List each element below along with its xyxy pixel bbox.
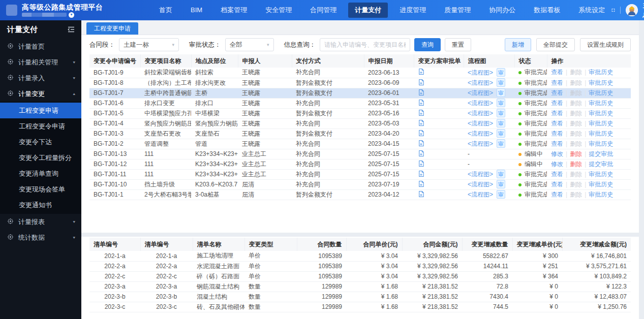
- table-row[interactable]: BG-TJ01-5中塔横梁预应力孔...中塔横梁王晓露暂列金额支付2023-05…: [89, 108, 631, 118]
- review-badge[interactable]: 审: [497, 99, 505, 107]
- pdf-icon[interactable]: [418, 99, 424, 106]
- view-link[interactable]: 查看: [551, 171, 563, 178]
- approval-history-link[interactable]: 审批历史: [589, 79, 613, 86]
- review-badge[interactable]: 审: [497, 190, 505, 199]
- approval-history-link[interactable]: 审批历史: [589, 191, 613, 198]
- nav-item[interactable]: 系统设定: [572, 3, 611, 18]
- table-row[interactable]: BG-TJ01-2管道调整管道王晓露补充合同2023-04-15<流程图>审审批…: [89, 139, 631, 149]
- sidebar-item[interactable]: 计量相关管理▾: [0, 54, 81, 70]
- sidebar-subitem[interactable]: 变更令下达: [0, 134, 81, 150]
- view-link[interactable]: 查看: [551, 89, 563, 97]
- review-badge[interactable]: 审: [497, 170, 505, 178]
- review-badge[interactable]: 审: [497, 78, 505, 87]
- sidebar-subitem[interactable]: 变更现场会签单: [0, 181, 81, 197]
- add-button[interactable]: 新增: [505, 38, 531, 51]
- table-row[interactable]: BG-TJ01-12号大桥右幅3号墩...3-0a桩基屈清暂列金额支付2023-…: [89, 189, 631, 200]
- reset-button[interactable]: 重置: [445, 38, 471, 51]
- sidebar-subitem[interactable]: 工程变更令申请: [0, 118, 81, 134]
- chevron-down-icon[interactable]: ▾: [69, 12, 74, 18]
- table-row[interactable]: BG-TJ01-13111K23+334~K23+675业主总工补充合同2025…: [89, 149, 631, 159]
- sidebar-item[interactable]: 计量录入▾: [0, 70, 81, 86]
- approval-history-link[interactable]: 审批历史: [589, 110, 613, 117]
- review-badge[interactable]: 审: [497, 180, 505, 188]
- review-badge[interactable]: 审: [497, 129, 505, 138]
- table-row[interactable]: BG-TJ01-12111K23+334~K23+675业主总工补充合同2025…: [89, 159, 631, 169]
- approval-history-link[interactable]: 审批历史: [589, 140, 613, 147]
- view-link[interactable]: 查看: [551, 191, 563, 198]
- table-row[interactable]: 202-3-a202-3-a钢筋混凝土结构数量129989¥ 1.68¥ 218…: [89, 281, 631, 292]
- pdf-icon[interactable]: [418, 160, 424, 167]
- flow-chart-link[interactable]: <流程图>: [468, 69, 493, 76]
- approval-history-link[interactable]: 审批历史: [589, 100, 613, 107]
- table-row[interactable]: BG-TJ01-9斜拉索梁端锅齿板...斜拉索王晓露补充合同2023-06-13…: [89, 68, 631, 78]
- flow-chart-link[interactable]: <流程图>: [468, 191, 493, 198]
- table-row[interactable]: BG-TJ01-3支座垫石更改支座垫石王晓露暂列金额支付2023-04-20<流…: [89, 129, 631, 139]
- nav-item[interactable]: 首页: [152, 3, 179, 18]
- view-link[interactable]: 查看: [551, 100, 563, 107]
- flow-chart-link[interactable]: <流程图>: [468, 140, 493, 147]
- table-row[interactable]: BG-TJ01-6排水口变更排水口王晓露补充合同2023-05-31<流程图>审…: [89, 98, 631, 108]
- nav-item[interactable]: 安全管理: [259, 3, 298, 18]
- submit-approval-link[interactable]: 提交审批: [589, 150, 613, 157]
- query-button[interactable]: 查询: [414, 38, 441, 51]
- flow-chart-link[interactable]: <流程图>: [468, 120, 493, 127]
- table-row[interactable]: BG-TJ01-10挡土墙升级K203.6~K203.7屈清补充合同2023-0…: [89, 179, 631, 189]
- menu-fold-icon[interactable]: [67, 25, 75, 34]
- table-row[interactable]: 202-2-c202-2-c碎（砾）石路面单价1095389¥ 3.04¥ 3,…: [89, 271, 631, 281]
- delete-link[interactable]: 删除: [570, 161, 582, 168]
- nav-item[interactable]: 进度管理: [393, 3, 433, 18]
- review-badge[interactable]: 审: [497, 88, 505, 97]
- pdf-icon[interactable]: [418, 119, 424, 126]
- fullscreen-icon[interactable]: [611, 6, 615, 14]
- pdf-icon[interactable]: [418, 89, 424, 96]
- sidebar-item[interactable]: 计量首页: [0, 39, 81, 54]
- sidebar-item[interactable]: 计量报表▾: [0, 214, 81, 230]
- table-row[interactable]: 202-1-a202-1-a施工场地清理单价1095389¥ 3.04¥ 3,3…: [89, 251, 631, 261]
- submit-all-button[interactable]: 全部提交: [536, 38, 575, 51]
- table-row[interactable]: BG-TJ01-11111K23+334~K23+675业主总工补充合同2025…: [89, 169, 631, 179]
- sidebar-subitem[interactable]: 变更令工程量拆分: [0, 150, 81, 166]
- approval-history-link[interactable]: 审批历史: [589, 181, 613, 188]
- tab-engineering-change-request[interactable]: 工程变更申请: [86, 22, 138, 35]
- pdf-icon[interactable]: [418, 170, 424, 177]
- view-link[interactable]: 查看: [551, 140, 563, 147]
- nav-item[interactable]: 协同办公: [482, 3, 522, 18]
- view-link[interactable]: 查看: [551, 79, 563, 86]
- pdf-icon[interactable]: [418, 68, 424, 75]
- pdf-icon[interactable]: [418, 150, 424, 157]
- avatar[interactable]: [626, 4, 638, 16]
- table-row[interactable]: BG-TJ01-8（排水沟）土工布排水沟更改王晓露暂列金额支付2023-06-0…: [89, 78, 631, 88]
- flow-chart-link[interactable]: <流程图>: [468, 110, 493, 117]
- sidebar-item[interactable]: 计量变更▴: [0, 86, 81, 102]
- pdf-icon[interactable]: [418, 140, 424, 147]
- nav-item[interactable]: 档案管理: [214, 3, 254, 18]
- pdf-icon[interactable]: [418, 109, 424, 116]
- flow-chart-link[interactable]: <流程图>: [468, 130, 493, 137]
- review-badge[interactable]: 审: [497, 139, 505, 148]
- nav-item[interactable]: BIM: [184, 3, 209, 18]
- contract-select[interactable]: 土建一标 ▾: [119, 38, 179, 51]
- view-link[interactable]: 查看: [551, 181, 563, 188]
- approval-history-link[interactable]: 审批历史: [589, 130, 613, 137]
- review-badge[interactable]: 审: [497, 109, 505, 117]
- nav-item[interactable]: 计量支付: [348, 3, 388, 18]
- approval-history-link[interactable]: 审批历史: [589, 120, 613, 127]
- flow-chart-link[interactable]: <流程图>: [468, 89, 493, 97]
- flow-chart-link[interactable]: <流程图>: [468, 79, 493, 86]
- pdf-icon[interactable]: [418, 130, 424, 137]
- view-link[interactable]: 查看: [551, 120, 563, 127]
- approval-history-link[interactable]: 审批历史: [589, 89, 613, 97]
- submit-approval-link[interactable]: 提交审批: [589, 161, 613, 168]
- view-link[interactable]: 查看: [551, 69, 563, 76]
- modify-link[interactable]: 修改: [551, 150, 563, 157]
- table-row[interactable]: BG-TJ01-4竖向预应力钢筋压...竖向预应力钢筋王晓露补充合同2023-0…: [89, 118, 631, 129]
- sidebar-subitem[interactable]: 工程变更申请: [0, 103, 81, 118]
- table-row[interactable]: 202-3-c202-3-c砖、石及其他砌体...数量129989¥ 1.68¥…: [89, 302, 631, 312]
- sidebar-subitem[interactable]: 变更通知书: [0, 197, 81, 213]
- approval-history-link[interactable]: 审批历史: [589, 171, 613, 178]
- pdf-icon[interactable]: [418, 79, 424, 86]
- review-badge[interactable]: 审: [497, 119, 505, 127]
- view-link[interactable]: 查看: [551, 130, 563, 137]
- pdf-icon[interactable]: [418, 180, 424, 187]
- nav-item[interactable]: 质量管理: [438, 3, 477, 18]
